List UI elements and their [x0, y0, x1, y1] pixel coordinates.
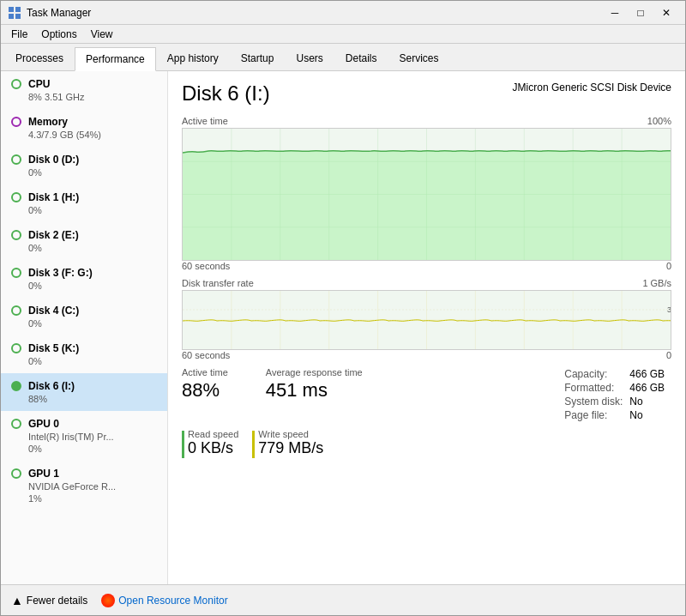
disk-header: Disk 6 (I:) JMicron Generic SCSI Disk De… [182, 82, 671, 106]
disk0-name: Disk 0 (D:) [28, 154, 79, 166]
sidebar-item-disk4[interactable]: Disk 4 (C:) 0% [1, 298, 167, 335]
tab-processes[interactable]: Processes [4, 46, 75, 70]
gpu1-sub: 1% [28, 493, 157, 504]
main-panel: Disk 6 (I:) JMicron Generic SCSI Disk De… [168, 71, 685, 584]
write-speed-item: Write speed 779 MB/s [252, 429, 323, 458]
right-stats: Capacity: 466 GB Formatted: 466 GB Syste… [564, 367, 671, 422]
svg-rect-2 [9, 14, 14, 19]
memory-sub: 4.3/7.9 GB (54%) [28, 130, 157, 140]
sidebar-item-memory[interactable]: Memory 4.3/7.9 GB (54%) [1, 109, 167, 147]
active-time-zero: 0 [666, 261, 671, 271]
read-speed-value: 0 KB/s [188, 439, 238, 457]
sidebar-item-disk6-header: Disk 6 (I:) [11, 380, 157, 392]
write-speed-value: 779 MB/s [258, 439, 323, 457]
avg-response-stat-label: Average response time [266, 367, 363, 377]
transfer-max: 1 GB/s [642, 278, 671, 288]
active-time-section: Active time 100% [182, 116, 671, 271]
cpu-sub: 8% 3.51 GHz [28, 92, 157, 102]
sidebar-item-disk6[interactable]: Disk 6 (I:) 88% [1, 373, 167, 411]
tab-app-history[interactable]: App history [156, 46, 230, 70]
gpu1-name: GPU 1 [28, 468, 59, 480]
transfer-seconds: 60 seconds [182, 350, 230, 360]
menu-options[interactable]: Options [34, 27, 83, 42]
sidebar: CPU 8% 3.51 GHz Memory 4.3/7.9 GB (54%) … [1, 71, 168, 584]
disk4-sub: 0% [28, 318, 157, 329]
capacity-row: Capacity: 466 GB [564, 367, 671, 381]
disk1-name: Disk 1 (H:) [28, 191, 79, 203]
minimize-button[interactable]: ─ [603, 4, 627, 21]
disk2-sub: 0% [28, 243, 157, 253]
write-speed-info: Write speed 779 MB/s [258, 429, 323, 457]
sidebar-item-memory-header: Memory [11, 116, 157, 128]
transfer-section: Disk transfer rate 1 GB/s [182, 278, 671, 360]
tab-startup[interactable]: Startup [230, 46, 286, 70]
active-fill [183, 151, 671, 260]
read-speed-item: Read speed 0 KB/s [182, 429, 238, 458]
tab-users[interactable]: Users [285, 46, 334, 70]
sidebar-item-gpu0-header: GPU 0 [11, 418, 157, 430]
read-speed-bar [182, 431, 184, 458]
disk6-sub: 88% [28, 394, 157, 404]
sidebar-item-disk3[interactable]: Disk 3 (F: G:) 0% [1, 260, 167, 298]
transfer-svg: 300 MB/s [183, 291, 671, 349]
svg-rect-0 [9, 7, 14, 12]
active-time-svg [183, 129, 671, 260]
write-speed-bar [252, 431, 255, 458]
close-button[interactable]: ✕ [654, 4, 678, 21]
sidebar-item-disk5-header: Disk 5 (K:) [11, 342, 157, 354]
disk4-name: Disk 4 (C:) [28, 305, 79, 317]
active-time-stat: Active time 88% [182, 367, 228, 422]
disk3-name: Disk 3 (F: G:) [28, 267, 93, 279]
formatted-value: 466 GB [629, 381, 671, 395]
fewer-details-label: Fewer details [27, 595, 87, 607]
sidebar-item-disk2[interactable]: Disk 2 (E:) 0% [1, 222, 167, 260]
gpu0-dot [11, 419, 21, 429]
read-speed-label: Read speed [188, 429, 238, 439]
fewer-details-button[interactable]: ▲ Fewer details [11, 594, 87, 607]
arrow-up-icon: ▲ [11, 594, 23, 607]
main-content: CPU 8% 3.51 GHz Memory 4.3/7.9 GB (54%) … [1, 71, 685, 584]
capacity-label: Capacity: [564, 367, 629, 381]
maximize-button[interactable]: □ [629, 4, 653, 21]
right-stats-table: Capacity: 466 GB Formatted: 466 GB Syste… [564, 367, 671, 422]
svg-rect-3 [15, 14, 21, 19]
monitor-label: Open Resource Monitor [118, 595, 227, 607]
disk0-sub: 0% [28, 167, 157, 178]
menu-bar: File Options View [1, 25, 685, 44]
open-resource-monitor-button[interactable]: Open Resource Monitor [101, 594, 227, 607]
page-file-row: Page file: No [564, 408, 671, 422]
sidebar-item-disk2-header: Disk 2 (E:) [11, 229, 157, 241]
tab-details[interactable]: Details [334, 46, 388, 70]
speed-row: Read speed 0 KB/s Write speed 779 MB/s [182, 429, 671, 458]
sidebar-item-disk1[interactable]: Disk 1 (H:) 0% [1, 184, 167, 222]
cpu-name: CPU [28, 78, 50, 90]
tab-performance[interactable]: Performance [75, 47, 156, 71]
sidebar-item-disk1-header: Disk 1 (H:) [11, 191, 157, 203]
read-speed-info: Read speed 0 KB/s [188, 429, 238, 457]
tab-services[interactable]: Services [388, 46, 450, 70]
disk6-dot [11, 381, 21, 391]
sidebar-item-cpu-header: CPU [11, 78, 157, 90]
sidebar-item-disk5[interactable]: Disk 5 (K:) 0% [1, 335, 167, 373]
title-bar-controls: ─ □ ✕ [603, 4, 678, 21]
sidebar-item-disk0[interactable]: Disk 0 (D:) 0% [1, 147, 167, 184]
svg-rect-1 [15, 7, 21, 12]
sidebar-item-cpu[interactable]: CPU 8% 3.51 GHz [1, 71, 167, 109]
active-time-seconds: 60 seconds [182, 261, 230, 271]
active-time-stat-value: 88% [182, 379, 228, 402]
system-disk-row: System disk: No [564, 395, 671, 408]
menu-view[interactable]: View [84, 27, 120, 42]
disk1-dot [11, 192, 21, 202]
memory-dot [11, 117, 21, 127]
write-speed-label: Write speed [258, 429, 323, 439]
sidebar-item-gpu0[interactable]: GPU 0 Intel(R) Iris(TM) Pr... 0% [1, 411, 167, 461]
disk3-dot [11, 268, 21, 278]
memory-name: Memory [28, 116, 68, 128]
transfer-chart: 300 MB/s [182, 290, 671, 350]
active-time-max: 100% [647, 116, 671, 126]
transfer-zero: 0 [666, 350, 671, 360]
sidebar-item-gpu1[interactable]: GPU 1 NVIDIA GeForce R... 1% [1, 461, 167, 510]
menu-file[interactable]: File [4, 27, 34, 42]
page-file-value: No [629, 408, 671, 422]
active-time-chart [182, 128, 671, 261]
